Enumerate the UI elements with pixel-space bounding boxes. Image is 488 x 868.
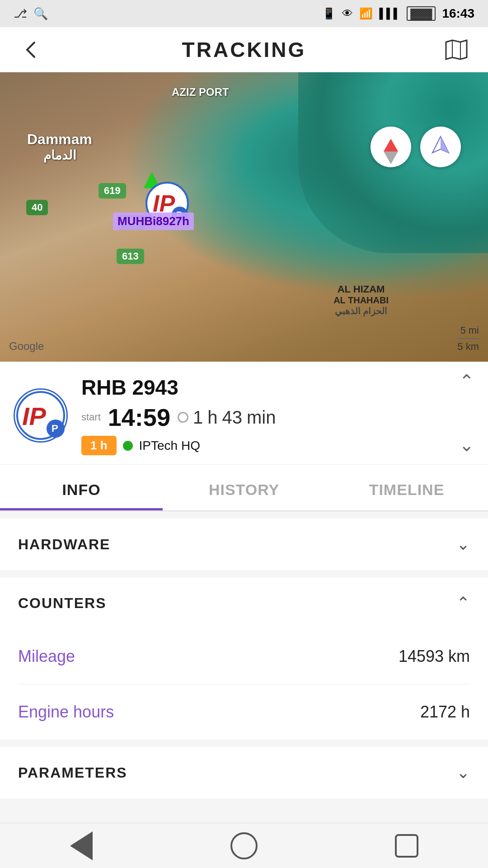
alhizam-label: AL HIZAM AL THAHABI الحزام الذهبي [333, 283, 389, 316]
counters-title: COUNTERS [18, 595, 107, 612]
location-icon [431, 135, 450, 159]
start-time: 14:59 [108, 403, 170, 431]
counters-chevron-icon: ⌃ [456, 594, 470, 613]
content-area: HARDWARE ⌄ COUNTERS ⌃ Mileage 14593 km E… [0, 519, 488, 853]
dammam-label: Dammam الدمام [27, 131, 92, 163]
tab-history[interactable]: HISTORY [163, 465, 325, 510]
usb-icon: ⎇ [14, 7, 27, 21]
duration-min-label: min [247, 407, 276, 428]
mileage-label: Mileage [18, 647, 75, 666]
road-badge-613: 613 [117, 249, 144, 264]
nav-home-button[interactable] [226, 828, 262, 864]
engine-hours-label: Engine hours [18, 703, 114, 722]
nav-back-button[interactable] [63, 828, 99, 864]
map-scale: 5 mi 5 km [457, 325, 479, 353]
mileage-row: Mileage 14593 km [18, 629, 470, 684]
duration-h-label: h [207, 407, 217, 428]
home-nav-icon [230, 832, 258, 859]
vehicle-logo-svg: IP P [16, 391, 66, 440]
battery-icon: ▓▓▓ [407, 6, 436, 21]
mileage-value: 14593 km [399, 647, 470, 666]
duration-minutes: 43 [222, 407, 242, 428]
compass-button[interactable] [371, 127, 411, 167]
status-right-icons: 📱 👁 📶 ▌▌▌ ▓▓▓ 16:43 [322, 6, 474, 21]
svg-text:P: P [52, 423, 58, 434]
parameters-chevron-icon: ⌄ [456, 763, 470, 782]
hardware-chevron-icon: ⌄ [456, 535, 470, 554]
duration-hours: 1 [193, 407, 203, 428]
back-nav-icon [70, 831, 93, 860]
status-row: 1 h IPTech HQ [81, 436, 470, 455]
online-status-dot [123, 441, 133, 451]
signal-icon: ▌▌▌ [379, 8, 400, 19]
status-bar: ⎇ 🔍 📱 👁 📶 ▌▌▌ ▓▓▓ 16:43 [0, 0, 488, 27]
panel-expand-button[interactable]: ⌄ [459, 434, 474, 455]
parameters-title: PARAMETERS [18, 764, 127, 781]
road-badge-619: 619 [99, 183, 126, 198]
back-arrow-icon [21, 39, 42, 61]
map-area[interactable]: 619 40 615 613 AZIZ PORT Dammam الدمام I… [0, 72, 488, 362]
tabs-row: INFO HISTORY TIMELINE [0, 465, 488, 511]
vehicle-map-label: MUHBi8927h [113, 212, 194, 230]
vehicle-panel: ⌃ IP P RHB 2943 start 14:59 1 h 43 min [0, 362, 488, 465]
counters-body: Mileage 14593 km Engine hours 2172 h [0, 629, 488, 740]
status-left-icons: ⎇ 🔍 [14, 7, 48, 21]
start-label: start [81, 411, 101, 423]
tab-info[interactable]: INFO [0, 465, 163, 510]
bottom-nav [0, 823, 488, 868]
google-logo: Google [9, 340, 44, 353]
aziz-port-label: AZIZ PORT [172, 86, 229, 99]
duration: 1 h 43 min [178, 407, 276, 428]
panel-collapse-button[interactable]: ⌃ [459, 371, 474, 392]
eye-icon: 👁 [342, 7, 353, 20]
engine-hours-value: 2172 h [420, 703, 470, 722]
clock: 16:43 [442, 6, 474, 21]
sim-icon: 📱 [322, 7, 336, 20]
engine-hours-row: Engine hours 2172 h [18, 684, 470, 740]
map-icon [444, 38, 469, 62]
hardware-section-header[interactable]: HARDWARE ⌄ [0, 519, 488, 570]
svg-text:IP: IP [22, 402, 47, 430]
wifi-icon: 📶 [359, 7, 373, 20]
vehicle-details: RHB 2943 start 14:59 1 h 43 min 1 h IPTe… [81, 375, 470, 455]
road-badge-40: 40 [26, 200, 48, 215]
nav-recent-button[interactable] [389, 828, 425, 864]
top-bar: TRACKING [0, 27, 488, 72]
vehicle-name: RHB 2943 [81, 375, 470, 400]
tab-timeline[interactable]: TIMELINE [325, 465, 488, 510]
counters-section-header[interactable]: COUNTERS ⌃ [0, 577, 488, 629]
duration-circle-icon [178, 412, 188, 423]
location-name: IPTech HQ [139, 439, 200, 453]
search-icon: 🔍 [33, 7, 48, 21]
hardware-title: HARDWARE [18, 536, 110, 553]
location-button[interactable] [420, 127, 461, 167]
parameters-section-header[interactable]: PARAMETERS ⌄ [0, 747, 488, 798]
back-button[interactable] [18, 36, 45, 63]
page-title: TRACKING [182, 38, 306, 62]
status-badge: 1 h [81, 436, 117, 455]
vehicle-logo: IP P [14, 388, 68, 443]
compass-icon [384, 139, 398, 151]
map-view-button[interactable] [443, 36, 470, 63]
recent-nav-icon [395, 834, 418, 858]
